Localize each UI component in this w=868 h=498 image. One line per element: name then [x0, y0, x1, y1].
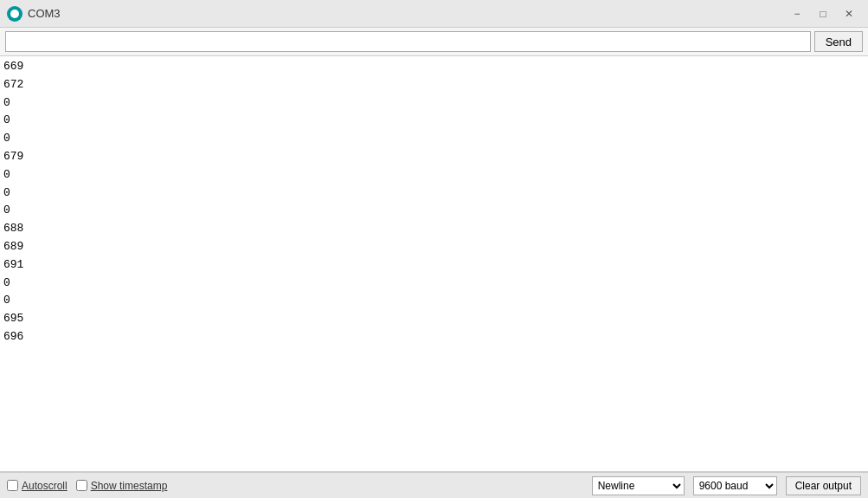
- window-controls: − □ ✕: [785, 3, 861, 24]
- maximize-button[interactable]: □: [811, 3, 835, 24]
- toolbar: Send: [0, 28, 868, 56]
- close-button[interactable]: ✕: [837, 3, 861, 24]
- timestamp-checkbox[interactable]: [76, 480, 87, 491]
- output-line: 0: [3, 130, 865, 148]
- baud-select[interactable]: 300 baud1200 baud2400 baud4800 baud9600 …: [693, 476, 777, 495]
- output-line: 0: [3, 94, 865, 113]
- autoscroll-group: Autoscroll: [7, 480, 68, 492]
- newline-select[interactable]: No line endingNewlineCarriage returnBoth…: [592, 476, 685, 495]
- window-title: COM3: [28, 7, 785, 20]
- output-line: 0: [3, 112, 865, 130]
- serial-input[interactable]: [5, 31, 811, 52]
- autoscroll-label[interactable]: Autoscroll: [22, 480, 68, 492]
- output-line: 0: [3, 184, 865, 203]
- output-line: 669: [3, 58, 865, 76]
- output-line: 0: [3, 202, 865, 220]
- output-line: 689: [3, 238, 865, 256]
- minimize-button[interactable]: −: [785, 3, 809, 24]
- status-bar: Autoscroll Show timestamp No line ending…: [0, 472, 868, 498]
- app-icon: [7, 6, 23, 22]
- output-line: 0: [3, 275, 865, 293]
- output-line: 0: [3, 166, 865, 184]
- output-line: 691: [3, 256, 865, 275]
- output-line: 0: [3, 292, 865, 310]
- clear-output-button[interactable]: Clear output: [786, 476, 861, 495]
- timestamp-group: Show timestamp: [76, 480, 168, 492]
- output-line: 695: [3, 310, 865, 328]
- output-line: 696: [3, 328, 865, 346]
- timestamp-label[interactable]: Show timestamp: [91, 480, 168, 492]
- output-line: 688: [3, 220, 865, 238]
- serial-output[interactable]: 66967200067900068868969100695696: [0, 56, 868, 472]
- output-line: 672: [3, 76, 865, 94]
- send-button[interactable]: Send: [814, 31, 863, 52]
- autoscroll-checkbox[interactable]: [7, 480, 18, 491]
- title-bar: COM3 − □ ✕: [0, 0, 868, 28]
- output-line: 679: [3, 148, 865, 166]
